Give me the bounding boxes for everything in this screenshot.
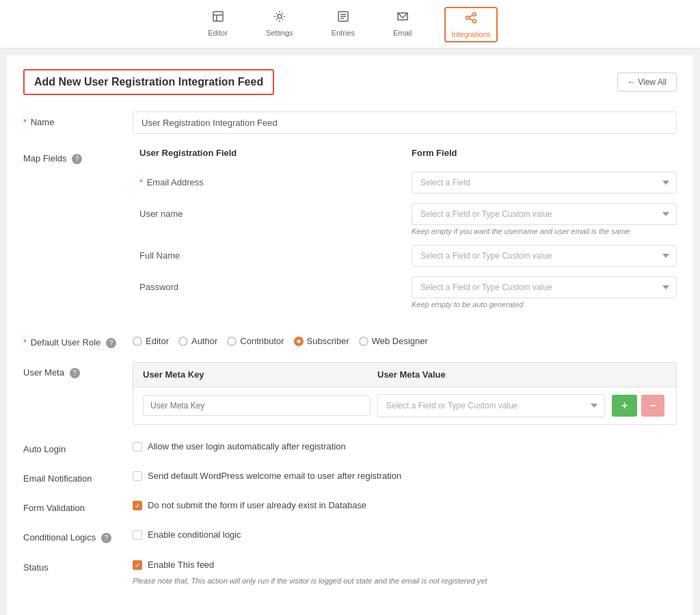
auto-login-row: Auto Login Allow the user login automati… xyxy=(23,439,677,454)
form-valid-checkbox-label[interactable]: Do not submit the form if user already e… xyxy=(133,497,677,510)
form-valid-checkbox xyxy=(133,501,142,510)
auto-login-checkbox-label[interactable]: Allow the user login automatically after… xyxy=(133,439,677,452)
footer-note: Please note that, This action will only … xyxy=(133,577,677,585)
integrations-icon xyxy=(464,11,478,28)
radio-contributor xyxy=(227,337,237,346)
svg-point-9 xyxy=(473,13,476,16)
status-content: Enable This feed Please note that, This … xyxy=(133,557,677,585)
cond-logic-row: Conditional Logics ? Enable conditional … xyxy=(23,527,677,543)
name-input[interactable] xyxy=(133,112,677,134)
auto-login-label: Auto Login xyxy=(23,439,133,454)
email-notif-checkbox xyxy=(133,471,142,481)
map-fields-row: Map Fields ? User Registration Field For… xyxy=(23,148,677,318)
field-email-row: * Email Address Select a Field xyxy=(133,172,677,194)
nav-email[interactable]: Email xyxy=(388,7,418,42)
svg-point-10 xyxy=(473,20,476,23)
nav-integrations-label: Integrations xyxy=(451,30,490,38)
field-username-select-wrap: Select a Field or Type Custom value Keep… xyxy=(412,203,677,235)
field-username-row: User name Select a Field or Type Custom … xyxy=(133,203,677,235)
nav-settings-label: Settings xyxy=(266,29,293,37)
field-password-label: Password xyxy=(133,276,398,298)
user-role-help-icon[interactable]: ? xyxy=(106,338,116,348)
col-form-header: Form Field xyxy=(412,148,677,158)
view-all-button[interactable]: ← View All xyxy=(617,73,677,92)
email-notif-checkbox-label[interactable]: Send default WordPress welcome email to … xyxy=(133,468,677,481)
nav-integrations[interactable]: Integrations xyxy=(444,7,497,42)
form-valid-label: Form Validation xyxy=(23,497,133,513)
field-password-row: Password Select a Field or Type Custom v… xyxy=(133,276,677,309)
user-role-label: * Default User Role ? xyxy=(23,332,133,348)
role-contributor[interactable]: Contributor xyxy=(227,336,284,346)
nav-entries[interactable]: Entries xyxy=(326,7,360,42)
svg-line-12 xyxy=(470,18,473,21)
editor-icon xyxy=(211,10,225,27)
col-registration-header: User Registration Field xyxy=(133,148,398,158)
name-label: * Name xyxy=(23,112,133,127)
meta-add-button[interactable]: + xyxy=(612,395,637,417)
auto-login-checkbox xyxy=(133,442,142,452)
name-required: * xyxy=(23,117,27,127)
cond-logic-help-icon[interactable]: ? xyxy=(101,533,111,543)
meta-key-input[interactable] xyxy=(143,395,371,416)
user-role-row: * Default User Role ? Editor Author xyxy=(23,332,677,348)
email-notif-content: Send default WordPress welcome email to … xyxy=(133,468,677,481)
status-row: Status Enable This feed Please note that… xyxy=(23,557,677,585)
svg-line-11 xyxy=(470,15,473,17)
status-checkbox-label[interactable]: Enable This feed xyxy=(133,557,677,570)
page-title: Add New User Registration Integration Fe… xyxy=(23,69,274,95)
password-hint: Keep empty to be auto generated xyxy=(412,300,677,309)
form-valid-content: Do not submit the form if user already e… xyxy=(133,497,677,510)
meta-actions: + − xyxy=(612,395,667,417)
role-subscriber[interactable]: Subscriber xyxy=(294,336,349,346)
map-fields-header: User Registration Field Form Field xyxy=(133,148,677,163)
password-field-select[interactable]: Select a Field or Type Custom value xyxy=(412,276,677,298)
map-fields-help-icon[interactable]: ? xyxy=(72,154,82,164)
status-checkbox xyxy=(133,560,142,570)
svg-rect-0 xyxy=(213,12,223,21)
status-label: Status xyxy=(23,557,133,573)
email-notif-row: Email Notification Send default WordPres… xyxy=(23,468,677,484)
nav-editor[interactable]: Editor xyxy=(202,7,233,42)
svg-point-3 xyxy=(278,14,282,18)
radio-subscriber xyxy=(294,337,304,346)
field-password-select-wrap: Select a Field or Type Custom value Keep… xyxy=(412,276,677,309)
svg-point-8 xyxy=(466,16,470,20)
top-nav: Editor Settings Entries xyxy=(0,0,700,49)
cond-logic-checkbox xyxy=(133,530,142,540)
role-author[interactable]: Author xyxy=(178,336,217,346)
nav-settings[interactable]: Settings xyxy=(260,7,299,42)
name-row: * Name xyxy=(23,112,677,134)
user-meta-table: User Meta Key User Meta Value Select a F… xyxy=(133,362,677,425)
email-field-select[interactable]: Select a Field xyxy=(412,172,677,194)
cond-logic-label: Conditional Logics ? xyxy=(23,527,133,543)
meta-remove-button[interactable]: − xyxy=(641,395,664,417)
form-valid-row: Form Validation Do not submit the form i… xyxy=(23,497,677,513)
role-webdesigner[interactable]: Web Designer xyxy=(359,336,428,346)
cond-logic-content: Enable conditional logic xyxy=(133,527,677,540)
email-notif-label: Email Notification xyxy=(23,468,133,484)
nav-email-label: Email xyxy=(393,29,412,37)
field-email-select-wrap: Select a Field xyxy=(412,172,677,194)
field-fullname-row: Full Name Select a Field or Type Custom … xyxy=(133,245,677,267)
field-fullname-select-wrap: Select a Field or Type Custom value xyxy=(412,245,677,267)
radio-webdesigner xyxy=(359,337,368,346)
field-username-label: User name xyxy=(133,203,398,224)
role-editor[interactable]: Editor xyxy=(133,336,169,346)
username-field-select[interactable]: Select a Field or Type Custom value xyxy=(412,203,677,225)
map-fields-content: User Registration Field Form Field * Ema… xyxy=(133,148,677,318)
auto-login-content: Allow the user login automatically after… xyxy=(133,439,677,452)
email-icon xyxy=(396,10,409,27)
map-fields-label: Map Fields ? xyxy=(23,148,133,164)
page-header: Add New User Registration Integration Fe… xyxy=(23,69,677,95)
fullname-field-select[interactable]: Select a Field or Type Custom value xyxy=(412,245,677,267)
cond-logic-checkbox-label[interactable]: Enable conditional logic xyxy=(133,527,677,540)
username-hint: Keep empty if you want the username and … xyxy=(412,227,677,235)
user-meta-content: User Meta Key User Meta Value Select a F… xyxy=(133,362,677,425)
radio-editor xyxy=(133,337,142,346)
meta-value-select[interactable]: Select a Field or Type Custom value xyxy=(377,394,605,417)
role-options: Editor Author Contributor Subscriber xyxy=(133,332,677,346)
user-meta-help-icon[interactable]: ? xyxy=(70,368,80,378)
main-content: Add New User Registration Integration Fe… xyxy=(7,55,693,615)
user-meta-data-row: Select a Field or Type Custom value + − xyxy=(133,387,676,424)
name-content xyxy=(133,112,677,134)
